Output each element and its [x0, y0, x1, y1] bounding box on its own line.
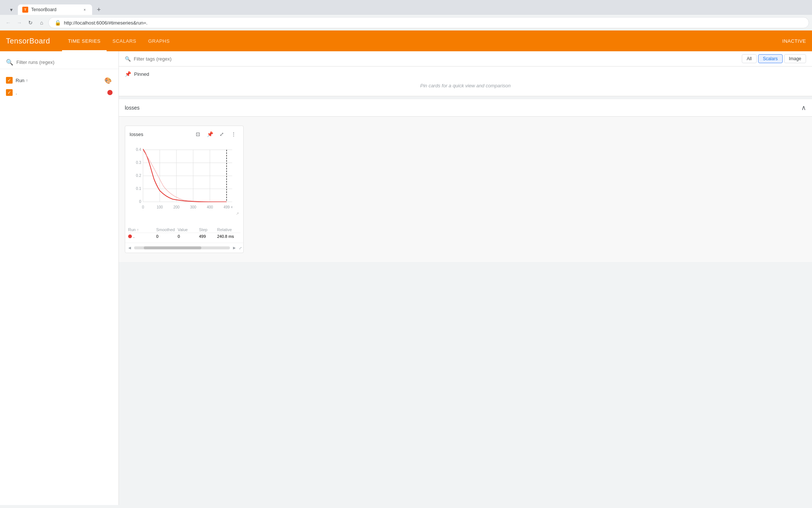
status-badge: INACTIVE: [782, 38, 806, 44]
tab-dropdown-btn[interactable]: ▾: [6, 4, 16, 15]
svg-text:0: 0: [139, 200, 141, 204]
legend-header-value: Value: [178, 227, 198, 232]
chart-area: 0.4 0.3 0.2 0.1 0 0 100 200 300 400 499: [125, 142, 243, 225]
pinned-placeholder: Pin cards for a quick view and compariso…: [125, 80, 806, 91]
legend-header-run: Run ↑: [128, 227, 155, 232]
runs-search-input[interactable]: [16, 59, 113, 65]
sort-icon[interactable]: ↑: [26, 78, 28, 82]
run-checkbox-dot[interactable]: ✓: [6, 89, 13, 96]
chart-svg: 0.4 0.3 0.2 0.1 0 0 100 200 300 400 499: [128, 142, 240, 224]
resize-handle[interactable]: ⤢: [239, 246, 242, 250]
nav-scalars[interactable]: SCALARS: [107, 30, 142, 51]
back-btn[interactable]: ←: [3, 17, 13, 28]
run-sort-label: Run ↑: [128, 227, 139, 232]
home-btn[interactable]: ⌂: [36, 17, 47, 28]
main-layout: 🔍 ✓ Run ↑ 🎨 ✓ . 🔍 A: [0, 51, 812, 505]
main-nav: TIME SERIES SCALARS GRAPHS: [62, 30, 176, 51]
browser-toolbar: ← → ↻ ⌂ 🔒 http://localhost:6006/#timeser…: [0, 15, 812, 30]
legend-row: . 0 0 499 240.8 ms: [128, 233, 240, 240]
browser-chrome: ▾ T TensorBoard × +: [0, 0, 812, 15]
losses-cards-area: losses ⊡ 📌 ⤢ ⋮: [119, 117, 812, 262]
address-bar[interactable]: 🔒 http://localhost:6006/#timeseries&run=…: [48, 17, 809, 28]
scrollbar-thumb[interactable]: [144, 246, 201, 249]
run-item: ✓ .: [0, 87, 118, 98]
svg-text:400: 400: [207, 205, 213, 209]
legend-run-col: .: [128, 234, 155, 239]
app-header: TensorBoard TIME SERIES SCALARS GRAPHS I…: [0, 30, 812, 51]
pinned-title: Pinned: [134, 71, 149, 77]
runs-search-container: 🔍: [0, 56, 118, 69]
svg-text:499: 499: [224, 205, 230, 209]
chart-actions: ⊡ 📌 ⤢ ⋮: [193, 129, 239, 139]
nav-timeseries[interactable]: TIME SERIES: [62, 30, 107, 51]
chart-scrollbar: ◄ ► ⤢: [125, 243, 243, 253]
losses-title: losses: [125, 105, 140, 111]
search-icon: 🔍: [6, 59, 13, 66]
runs-header: ✓ Run ↑ 🎨: [0, 74, 118, 87]
scroll-left-btn[interactable]: ◄: [127, 245, 133, 251]
tags-search-icon: 🔍: [125, 56, 131, 62]
fit-chart-btn[interactable]: ⊡: [193, 129, 203, 139]
filter-all-btn[interactable]: All: [742, 54, 756, 63]
legend-header-step: Step: [199, 227, 216, 232]
filter-image-btn[interactable]: Image: [784, 54, 806, 63]
svg-text:0.3: 0.3: [136, 161, 141, 165]
losses-section: losses ∧ losses ⊡ 📌 ⤢ ⋮: [119, 99, 812, 262]
run-label-dot: .: [16, 90, 104, 96]
legend-dot: [128, 234, 132, 238]
scroll-right-btn[interactable]: ►: [231, 245, 237, 251]
url-text: http://localhost:6006/#timeseries&run=.: [64, 20, 147, 26]
app-logo: TensorBoard: [6, 37, 50, 45]
svg-text:0.2: 0.2: [136, 174, 141, 178]
runs-section: ✓ Run ↑ 🎨 ✓ .: [0, 72, 118, 100]
tab-close-btn[interactable]: ×: [82, 7, 88, 13]
pinned-section: 📌 Pinned Pin cards for a quick view and …: [119, 67, 812, 96]
tags-filter-bar: 🔍 All Scalars Image: [119, 51, 812, 67]
legend-smoothed: 0: [156, 234, 176, 239]
chart-title: losses: [130, 132, 190, 137]
legend-step: 499: [199, 234, 216, 239]
palette-icon[interactable]: 🎨: [104, 76, 113, 85]
new-tab-btn[interactable]: +: [94, 4, 104, 15]
pin-icon: 📌: [125, 71, 131, 77]
legend-value: 0: [178, 234, 198, 239]
content-area: 🔍 All Scalars Image 📌 Pinned Pin cards f…: [119, 51, 812, 505]
nav-graphs[interactable]: GRAPHS: [142, 30, 176, 51]
losses-header[interactable]: losses ∧: [119, 99, 812, 117]
more-chart-btn[interactable]: ⋮: [228, 129, 239, 139]
legend-run-name: .: [133, 234, 134, 239]
run-color-dot: [107, 90, 113, 95]
lock-icon: 🔒: [55, 20, 61, 26]
legend-header: Run ↑ Smoothed Value Step Relative: [128, 227, 240, 233]
pinned-header: 📌 Pinned: [125, 71, 806, 77]
legend-header-relative: Relative: [217, 227, 240, 232]
scrollbar-track[interactable]: [134, 246, 230, 249]
forward-btn[interactable]: →: [14, 17, 25, 28]
losses-chart-card: losses ⊡ 📌 ⤢ ⋮: [125, 126, 244, 253]
svg-text:100: 100: [157, 205, 163, 209]
svg-text:0.1: 0.1: [136, 187, 141, 191]
legend-header-smoothed: Smoothed: [156, 227, 176, 232]
svg-text:300: 300: [190, 205, 196, 209]
tab-favicon: T: [22, 7, 28, 13]
tab-title: TensorBoard: [31, 7, 79, 12]
browser-tab[interactable]: T TensorBoard ×: [18, 4, 92, 15]
tags-search-input[interactable]: [134, 56, 739, 62]
run-column-label: Run ↑: [16, 78, 101, 83]
svg-text:↗: ↗: [236, 211, 239, 216]
legend-relative: 240.8 ms: [217, 234, 240, 239]
chart-card-header: losses ⊡ 📌 ⤢ ⋮: [125, 126, 243, 142]
svg-text:0.4: 0.4: [136, 148, 141, 152]
collapse-icon[interactable]: ∧: [801, 104, 806, 112]
sidebar: 🔍 ✓ Run ↑ 🎨 ✓ .: [0, 51, 119, 505]
filter-buttons: All Scalars Image: [742, 54, 806, 63]
run-all-checkbox[interactable]: ✓: [6, 77, 13, 84]
pin-chart-btn[interactable]: 📌: [205, 129, 215, 139]
chart-legend: Run ↑ Smoothed Value Step Relative .: [125, 225, 243, 243]
refresh-btn[interactable]: ↻: [25, 17, 36, 28]
filter-scalars-btn[interactable]: Scalars: [758, 54, 783, 63]
svg-text:200: 200: [173, 205, 180, 209]
svg-text:0: 0: [142, 205, 144, 209]
expand-chart-btn[interactable]: ⤢: [217, 129, 227, 139]
svg-text:×: ×: [231, 205, 233, 209]
